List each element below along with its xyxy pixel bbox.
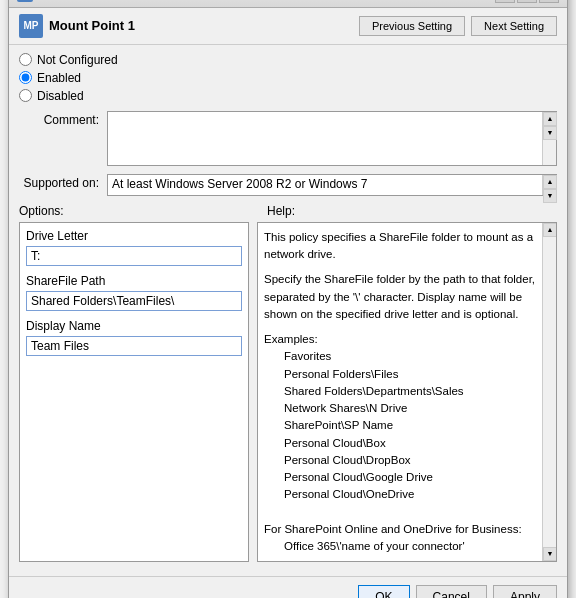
options-help-labels: Options: Help: bbox=[19, 204, 557, 218]
help-examples: Examples: Favorites Personal Folders\Fil… bbox=[264, 331, 536, 555]
drive-letter-group: Drive Letter bbox=[26, 229, 242, 266]
drive-letter-input[interactable] bbox=[26, 246, 242, 266]
help-panel-inner: This policy specifies a ShareFile folder… bbox=[264, 229, 550, 556]
comment-scrollbar: ▲ ▼ bbox=[542, 112, 556, 165]
comment-label: Comment: bbox=[19, 111, 99, 166]
supported-label: Supported on: bbox=[19, 174, 99, 196]
title-bar-left: MP Mount Point 1 bbox=[17, 0, 113, 2]
disabled-radio[interactable]: Disabled bbox=[19, 89, 557, 103]
radio-group: Not Configured Enabled Disabled bbox=[19, 53, 557, 103]
example-4: Network Shares\N Drive bbox=[264, 400, 536, 417]
header-bar: MP Mount Point 1 Previous Setting Next S… bbox=[9, 8, 567, 45]
sharefile-path-group: ShareFile Path bbox=[26, 274, 242, 311]
help-label: Help: bbox=[267, 204, 557, 218]
window-controls: ─ □ ✕ bbox=[495, 0, 559, 3]
window-title: Mount Point 1 bbox=[39, 0, 113, 1]
cancel-button[interactable]: Cancel bbox=[416, 585, 487, 598]
enabled-radio[interactable]: Enabled bbox=[19, 71, 557, 85]
display-name-input[interactable] bbox=[26, 336, 242, 356]
comment-section: Comment: ▲ ▼ bbox=[19, 111, 557, 166]
previous-setting-button[interactable]: Previous Setting bbox=[359, 16, 465, 36]
example-7: Personal Cloud\DropBox bbox=[264, 452, 536, 469]
comment-scroll-down[interactable]: ▼ bbox=[543, 126, 557, 140]
sharefile-path-label: ShareFile Path bbox=[26, 274, 242, 288]
supported-scroll-up[interactable]: ▲ bbox=[543, 175, 557, 189]
ok-button[interactable]: OK bbox=[358, 585, 409, 598]
main-window: MP Mount Point 1 ─ □ ✕ MP Mount Point 1 … bbox=[8, 0, 568, 598]
supported-value-box: At least Windows Server 2008 R2 or Windo… bbox=[107, 174, 557, 196]
example-2: Personal Folders\Files bbox=[264, 366, 536, 383]
comment-area-wrapper: ▲ ▼ bbox=[107, 111, 557, 166]
supported-value: At least Windows Server 2008 R2 or Windo… bbox=[112, 177, 367, 191]
window-icon: MP bbox=[17, 0, 33, 2]
maximize-button[interactable]: □ bbox=[517, 0, 537, 3]
options-panel: Drive Letter ShareFile Path Display Name bbox=[19, 222, 249, 563]
title-bar: MP Mount Point 1 ─ □ ✕ bbox=[9, 0, 567, 8]
display-name-group: Display Name bbox=[26, 319, 242, 356]
sharepoint-label: For SharePoint Online and OneDrive for B… bbox=[264, 521, 536, 538]
minimize-button[interactable]: ─ bbox=[495, 0, 515, 3]
example-1: Favorites bbox=[264, 348, 536, 365]
drive-letter-label: Drive Letter bbox=[26, 229, 242, 243]
supported-scroll-down[interactable]: ▼ bbox=[543, 189, 557, 203]
help-scroll-up[interactable]: ▲ bbox=[543, 223, 557, 237]
example-9: Personal Cloud\OneDrive bbox=[264, 486, 536, 503]
sharefile-path-input[interactable] bbox=[26, 291, 242, 311]
panels-row: Drive Letter ShareFile Path Display Name… bbox=[19, 222, 557, 563]
header-title: Mount Point 1 bbox=[49, 18, 135, 33]
example-5: SharePoint\SP Name bbox=[264, 417, 536, 434]
example-3: Shared Folders\Departments\Sales bbox=[264, 383, 536, 400]
header-buttons: Previous Setting Next Setting bbox=[359, 16, 557, 36]
display-name-label: Display Name bbox=[26, 319, 242, 333]
next-setting-button[interactable]: Next Setting bbox=[471, 16, 557, 36]
help-para2: Specify the ShareFile folder by the path… bbox=[264, 271, 536, 323]
help-scroll-down[interactable]: ▼ bbox=[543, 547, 557, 561]
examples-label: Examples: bbox=[264, 331, 536, 348]
not-configured-radio-input[interactable] bbox=[19, 53, 32, 66]
example-8: Personal Cloud\Google Drive bbox=[264, 469, 536, 486]
header-left: MP Mount Point 1 bbox=[19, 14, 135, 38]
enabled-radio-input[interactable] bbox=[19, 71, 32, 84]
help-para1: This policy specifies a ShareFile folder… bbox=[264, 229, 536, 264]
content-area: Not Configured Enabled Disabled Comment:… bbox=[9, 45, 567, 571]
sharepoint-example: Office 365\'name of your connector' bbox=[264, 538, 536, 555]
example-6: Personal Cloud\Box bbox=[264, 435, 536, 452]
comment-scroll-up[interactable]: ▲ bbox=[543, 112, 557, 126]
help-panel: This policy specifies a ShareFile folder… bbox=[257, 222, 557, 563]
header-icon: MP bbox=[19, 14, 43, 38]
close-button[interactable]: ✕ bbox=[539, 0, 559, 3]
help-scrollbar: ▲ ▼ bbox=[542, 223, 556, 562]
options-label: Options: bbox=[19, 204, 259, 218]
bottom-bar: OK Cancel Apply bbox=[9, 576, 567, 598]
not-configured-radio[interactable]: Not Configured bbox=[19, 53, 557, 67]
disabled-radio-input[interactable] bbox=[19, 89, 32, 102]
supported-section: Supported on: At least Windows Server 20… bbox=[19, 174, 557, 196]
apply-button[interactable]: Apply bbox=[493, 585, 557, 598]
comment-textarea[interactable] bbox=[108, 112, 556, 162]
supported-scrollbar: ▲ ▼ bbox=[542, 175, 556, 195]
